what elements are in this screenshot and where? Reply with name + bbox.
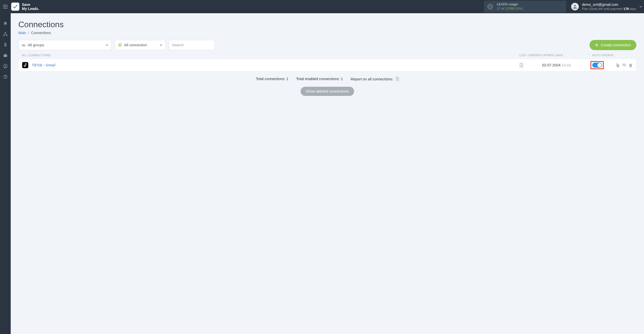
sitemap-icon — [3, 32, 8, 36]
brand-line1: Save — [22, 3, 30, 7]
breadcrumb-sep: / — [28, 31, 29, 35]
sidebar-item-billing[interactable]: $ — [3, 42, 8, 47]
dollar-icon: $ — [4, 42, 7, 47]
row-auto-update — [591, 61, 613, 69]
svg-rect-3 — [6, 35, 7, 36]
svg-rect-10 — [617, 64, 619, 67]
folder-icon — [22, 43, 26, 47]
breadcrumb: Main / Connections — [18, 31, 636, 35]
help-icon — [3, 75, 8, 79]
tiktok-glyph-icon — [23, 63, 27, 67]
trash-icon[interactable] — [629, 63, 633, 67]
brand-name: Save My Leads. — [22, 3, 39, 11]
status-select-value: All connection — [124, 43, 147, 47]
brand-logo[interactable] — [11, 3, 19, 11]
hamburger-icon — [3, 5, 8, 8]
svg-point-0 — [574, 5, 576, 7]
leads-used: 17 — [497, 7, 500, 10]
menu-toggle[interactable] — [0, 0, 11, 13]
th-auto: AUTO UPDATE — [591, 54, 633, 57]
breadcrumb-current: Connections — [31, 31, 51, 35]
summary-total: Total connections: 1 — [256, 77, 288, 81]
home-icon — [3, 21, 8, 26]
chevron-down-icon[interactable] — [639, 5, 642, 8]
search-field — [169, 40, 214, 50]
th-date: UPDATE DATE — [542, 54, 591, 57]
summary-report: Report on all connections: — [351, 77, 399, 81]
app-header: Save My Leads. i LEADS usage: 17 of 13'8… — [0, 0, 644, 13]
brand-line2: My Leads. — [22, 7, 39, 11]
tiktok-icon — [22, 62, 28, 68]
sidebar-item-home[interactable] — [3, 21, 8, 26]
user-plan: Plan |Start| left until payment 178 days — [582, 7, 636, 11]
document-icon[interactable] — [519, 63, 523, 68]
copy-icon[interactable] — [616, 63, 620, 67]
svg-text:$: $ — [4, 42, 7, 47]
row-date: 02.07.2024 14:10 — [542, 63, 591, 67]
row-log — [519, 63, 542, 68]
table-header: ALL CONNECTIONS LOG / ERRORS UPDATE DATE… — [18, 54, 636, 57]
create-connection-button[interactable]: Create connection — [589, 40, 636, 50]
chevron-down-icon — [159, 43, 163, 47]
status-select[interactable]: All connection — [115, 40, 166, 50]
breadcrumb-main[interactable]: Main — [18, 31, 26, 35]
leads-pct: (0%) — [516, 7, 523, 10]
show-deleted-button[interactable]: Show deleted connections — [301, 87, 354, 96]
th-log: LOG / ERRORS — [519, 54, 542, 57]
leads-usage-text: LEADS usage: 17 of 13'850 (0%) — [497, 2, 523, 11]
svg-point-8 — [5, 78, 5, 78]
play-circle-icon — [118, 43, 122, 47]
user-icon — [572, 4, 578, 9]
main-content: Connections Main / Connections All group… — [11, 13, 644, 103]
user-menu[interactable]: demo_sml@gmail.com Plan |Start| left unt… — [571, 2, 644, 11]
gear-icon[interactable] — [622, 63, 626, 67]
svg-rect-1 — [5, 32, 6, 33]
row-actions — [613, 63, 633, 67]
leads-usage-label: LEADS usage: — [497, 2, 523, 7]
groups-select-value: All groups — [28, 43, 44, 47]
sidebar-item-tools[interactable] — [3, 53, 8, 58]
user-email: demo_sml@gmail.com — [582, 2, 636, 7]
svg-rect-2 — [4, 35, 5, 36]
highlight-annotation — [591, 61, 604, 69]
sidebar: $ — [0, 13, 11, 103]
leads-total: 13'850 — [505, 7, 515, 10]
plus-icon — [595, 43, 598, 47]
chevron-down-icon — [105, 43, 109, 47]
summary-enabled: Total enabled connections: 1 — [296, 77, 343, 81]
user-text: demo_sml@gmail.com Plan |Start| left unt… — [582, 2, 636, 11]
svg-point-6 — [5, 65, 6, 66]
page-title: Connections — [18, 20, 636, 29]
table-row: TikTok - Gmail 02.07.2024 14:10 — [18, 59, 636, 71]
briefcase-icon — [3, 53, 8, 58]
auto-update-toggle[interactable] — [592, 63, 602, 68]
summary-row: Total connections: 1 Total enabled conne… — [18, 77, 636, 81]
th-connections: ALL CONNECTIONS — [22, 54, 519, 57]
groups-select[interactable]: All groups — [18, 40, 112, 50]
document-icon[interactable] — [395, 77, 399, 81]
connection-name-link[interactable]: TikTok - Gmail — [32, 63, 519, 67]
avatar — [571, 3, 579, 10]
create-button-label: Create connection — [601, 43, 631, 47]
info-icon: i — [487, 4, 493, 10]
filter-toolbar: All groups All connection Create connect… — [18, 40, 636, 50]
check-icon — [13, 4, 18, 9]
sidebar-item-help[interactable] — [3, 74, 8, 79]
search-input[interactable] — [169, 40, 214, 50]
sidebar-item-connections[interactable] — [3, 32, 8, 37]
user-circle-icon — [3, 64, 8, 68]
sidebar-item-account[interactable] — [3, 64, 8, 69]
leads-usage-panel[interactable]: i LEADS usage: 17 of 13'850 (0%) — [484, 1, 566, 12]
